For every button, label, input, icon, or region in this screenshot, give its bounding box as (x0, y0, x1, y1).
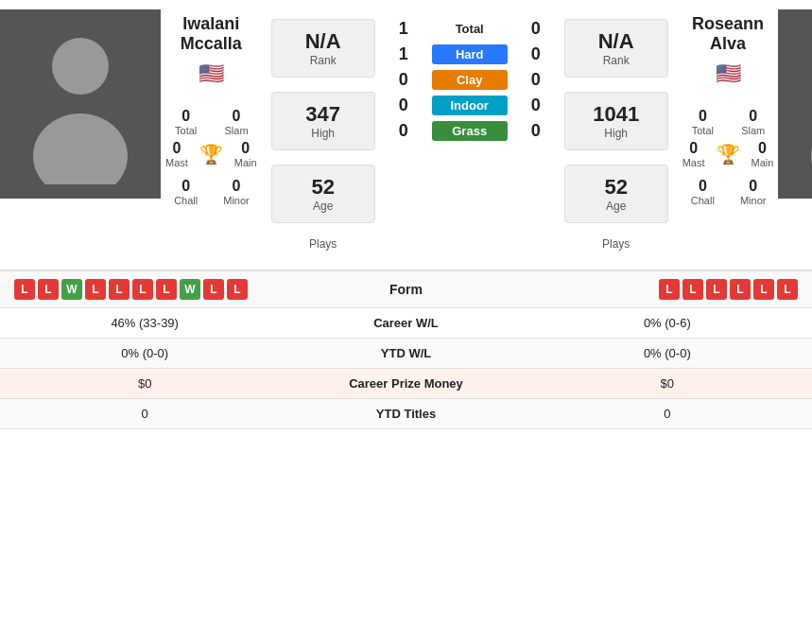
left-form-badge-L: L (203, 279, 224, 300)
right-plays-label: Plays (564, 233, 668, 255)
left-career-wl: 46% (33-39) (14, 316, 275, 330)
career-wl-label: Career W/L (275, 316, 536, 330)
right-player-stats: 0 Total 0 Slam (682, 108, 774, 136)
right-avatar (778, 9, 812, 199)
left-form-badge-L: L (227, 279, 248, 300)
ytd-wl-label: YTD W/L (275, 346, 536, 360)
clay-score-row: 0 Clay 0 (389, 70, 550, 90)
right-mid-stats: N/A Rank 1041 High 52 Age Plays (555, 9, 678, 260)
left-flag: 🇺🇸 (199, 61, 224, 86)
left-form-badge-L: L (85, 279, 106, 300)
left-trophy-icon: 🏆 (199, 143, 223, 165)
grass-badge: Grass (432, 121, 508, 141)
page-container: Iwalani Mccalla 🇺🇸 0 Total 0 Slam (0, 0, 812, 429)
right-player-name: Roseann Alva (682, 14, 774, 54)
total-score-row: 1 Total 0 (389, 19, 550, 39)
left-player-stats: 0 Total 0 Slam (165, 108, 257, 136)
left-high-card: 347 High (271, 92, 375, 150)
left-mid-stats: N/A Rank 347 High 52 Age Plays (262, 9, 385, 260)
form-section: LLWLLLLWLL Form LLLLLL (0, 270, 812, 308)
left-lower-stats: 0 Chall 0 Minor (165, 178, 257, 206)
right-form-badge-L: L (682, 279, 703, 300)
form-label: Form (275, 282, 536, 297)
grass-score-row: 0 Grass 0 (389, 121, 550, 141)
right-flag: 🇺🇸 (716, 61, 741, 86)
left-form-badges: LLWLLLLWLL (14, 279, 275, 300)
left-form-badge-L: L (38, 279, 59, 300)
hard-score-row: 1 Hard 0 (389, 44, 550, 64)
right-age-card: 52 Age (564, 165, 668, 223)
right-minor: 0 Minor (733, 178, 773, 206)
svg-point-0 (52, 38, 109, 95)
right-trophy-icon: 🏆 (717, 143, 740, 165)
left-trophy-row: 0 Mast 🏆 0 Main (165, 140, 257, 168)
right-form-badge-L: L (777, 279, 798, 300)
left-player-area: Iwalani Mccalla 🇺🇸 0 Total 0 Slam (0, 9, 385, 260)
right-rank-card: N/A Rank (564, 19, 668, 78)
left-main: 0 Main (234, 140, 257, 168)
left-form-badge-L: L (156, 279, 177, 300)
left-form-badge-L: L (14, 279, 35, 300)
right-mast: 0 Mast (682, 140, 705, 168)
right-prize: $0 (537, 376, 798, 391)
indoor-score-row: 0 Indoor 0 (389, 96, 550, 115)
left-ytd-wl: 0% (0-0) (14, 346, 275, 360)
prize-label: Career Prize Money (275, 376, 536, 391)
right-high-card: 1041 High (564, 92, 668, 150)
left-slam: 0 Slam (216, 108, 256, 136)
right-lower-stats: 0 Chall 0 Minor (682, 178, 774, 206)
left-ytd-titles: 0 (14, 407, 275, 421)
right-slam: 0 Slam (733, 108, 773, 136)
right-form-badge-L: L (706, 279, 727, 300)
stats-rows: 46% (33-39) Career W/L 0% (0-6) 0% (0-0)… (0, 308, 812, 429)
right-ytd-wl: 0% (0-0) (537, 346, 798, 360)
hard-badge: Hard (432, 44, 508, 64)
career-wl-row: 46% (33-39) Career W/L 0% (0-6) (0, 308, 812, 339)
svg-point-1 (33, 113, 128, 184)
left-avatar (0, 9, 161, 199)
right-total: 0 Total (682, 108, 723, 136)
left-form-badge-L: L (132, 279, 153, 300)
right-form-badge-L: L (753, 279, 774, 300)
right-chall: 0 Chall (682, 178, 723, 206)
left-player-name: Iwalani Mccalla (165, 14, 257, 54)
left-mast: 0 Mast (165, 140, 188, 168)
prize-row: $0 Career Prize Money $0 (0, 369, 812, 399)
center-panel: 1 Total 0 1 Hard 0 0 Clay 0 0 Indoor 0 0 (385, 9, 555, 260)
left-player-info: Iwalani Mccalla 🇺🇸 0 Total 0 Slam (161, 9, 262, 206)
right-form-badge-L: L (730, 279, 751, 300)
right-ytd-titles: 0 (537, 407, 798, 421)
left-form-badge-W: W (180, 279, 200, 300)
right-trophy-row: 0 Mast 🏆 0 Main (682, 140, 774, 168)
left-age-card: 52 Age (271, 165, 375, 223)
top-section: Iwalani Mccalla 🇺🇸 0 Total 0 Slam (0, 0, 812, 270)
left-chall: 0 Chall (165, 178, 206, 206)
ytd-titles-label: YTD Titles (275, 407, 536, 421)
left-form-badge-W: W (61, 279, 82, 300)
left-total: 0 Total (165, 108, 206, 136)
indoor-badge: Indoor (432, 96, 508, 115)
right-player-info: Roseann Alva 🇺🇸 0 Total 0 Slam (678, 9, 779, 206)
right-form-badges: LLLLLL (537, 279, 798, 300)
left-plays-label: Plays (271, 233, 375, 255)
left-prize: $0 (14, 376, 275, 391)
right-player-area: Roseann Alva 🇺🇸 0 Total 0 Slam (555, 9, 812, 260)
left-minor: 0 Minor (216, 178, 256, 206)
ytd-titles-row: 0 YTD Titles 0 (0, 399, 812, 429)
right-form-badge-L: L (659, 279, 680, 300)
left-rank-card: N/A Rank (271, 19, 375, 78)
clay-badge: Clay (432, 70, 508, 90)
total-badge: Total (432, 19, 508, 39)
right-main: 0 Main (752, 140, 774, 168)
ytd-wl-row: 0% (0-0) YTD W/L 0% (0-0) (0, 339, 812, 369)
left-form-badge-L: L (109, 279, 130, 300)
right-career-wl: 0% (0-6) (537, 316, 798, 330)
